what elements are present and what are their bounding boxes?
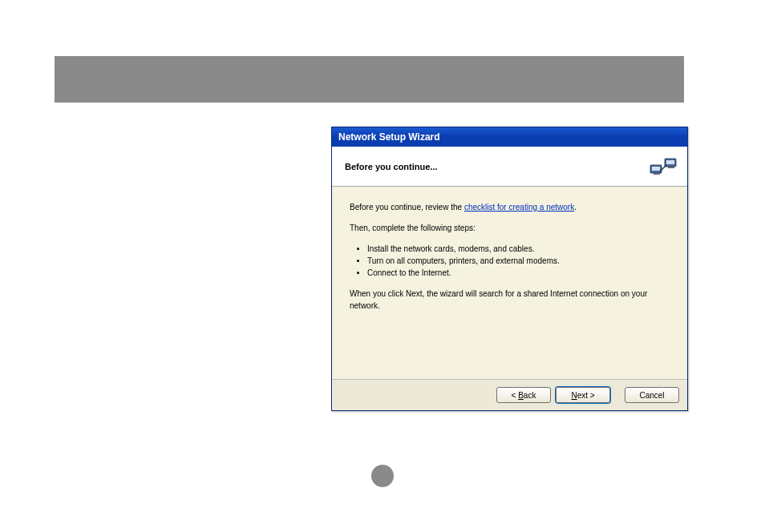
intro-suffix: .	[574, 203, 577, 212]
list-item: Install the network cards, modems, and c…	[367, 243, 670, 255]
svg-rect-3	[666, 160, 674, 164]
window-titlebar[interactable]: Network Setup Wizard	[332, 127, 687, 147]
wizard-body: Before you continue, review the checklis…	[332, 187, 687, 379]
network-icon	[647, 151, 679, 183]
footer-text: When you click Next, the wizard will sea…	[350, 288, 670, 312]
cancel-button[interactable]: Cancel	[625, 387, 679, 403]
svg-rect-4	[654, 173, 660, 175]
wizard-header-panel: Before you continue...	[332, 147, 687, 187]
steps-list: Install the network cards, modems, and c…	[350, 243, 670, 279]
back-button[interactable]: < Back	[496, 387, 551, 403]
window-title: Network Setup Wizard	[338, 131, 440, 143]
intro-prefix: Before you continue, review the	[350, 203, 464, 212]
wizard-step-title: Before you continue...	[345, 162, 438, 171]
intro-text: Before you continue, review the checklis…	[350, 201, 670, 213]
svg-rect-1	[652, 167, 660, 171]
then-line: Then, complete the following steps:	[350, 222, 670, 234]
next-button[interactable]: Next >	[556, 387, 610, 403]
network-setup-wizard-window: Network Setup Wizard Before you continue…	[331, 127, 688, 411]
page-number-dot	[371, 465, 394, 487]
list-item: Connect to the Internet.	[367, 267, 670, 279]
document-header-bar	[55, 56, 684, 103]
list-item: Turn on all computers, printers, and ext…	[367, 255, 670, 267]
checklist-link[interactable]: checklist for creating a network	[464, 203, 574, 212]
svg-rect-5	[668, 167, 674, 168]
wizard-button-row: < Back Next > Cancel	[332, 379, 687, 410]
